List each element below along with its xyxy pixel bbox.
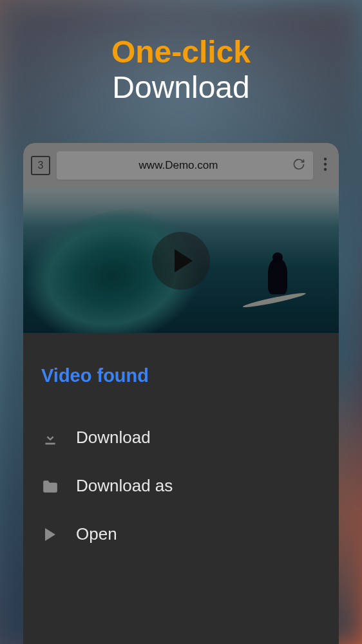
play-button[interactable] — [152, 232, 210, 290]
download-icon — [41, 429, 59, 447]
download-label: Download — [76, 428, 151, 448]
url-text: www.Demo.com — [64, 159, 292, 172]
url-bar[interactable]: www.Demo.com — [57, 151, 313, 180]
bottom-sheet: Video found Download Download as — [23, 333, 339, 644]
reload-icon[interactable] — [292, 158, 305, 173]
video-thumbnail[interactable] — [23, 188, 339, 333]
phone-frame: 3 www.Demo.com — [23, 143, 339, 644]
svg-rect-3 — [45, 442, 55, 444]
open-label: Open — [76, 524, 117, 544]
folder-icon — [41, 477, 59, 495]
tab-count-button[interactable]: 3 — [31, 156, 50, 175]
svg-point-2 — [324, 168, 327, 171]
download-as-option[interactable]: Download as — [41, 462, 321, 510]
headline-sub: Download — [0, 70, 362, 105]
headline-accent: One-click — [0, 35, 362, 70]
svg-point-1 — [324, 163, 327, 166]
sheet-title: Video found — [41, 365, 321, 386]
browser-toolbar: 3 www.Demo.com — [23, 143, 339, 188]
play-icon — [175, 249, 193, 272]
download-as-label: Download as — [76, 476, 173, 496]
headline: One-click Download — [0, 0, 362, 105]
svg-point-0 — [324, 158, 327, 160]
play-icon — [41, 526, 59, 544]
more-icon[interactable] — [319, 157, 331, 174]
surfer-figure — [255, 259, 300, 317]
download-option[interactable]: Download — [41, 413, 321, 462]
open-option[interactable]: Open — [41, 510, 321, 558]
